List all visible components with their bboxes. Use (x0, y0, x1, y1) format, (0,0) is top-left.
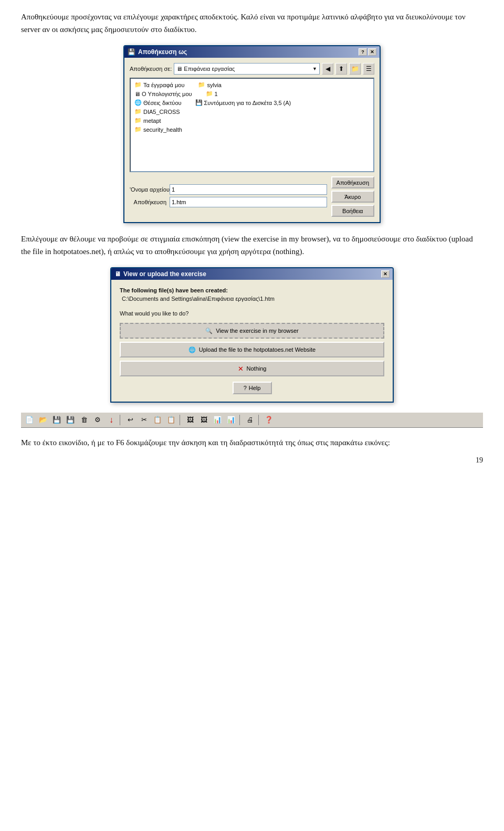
folder-icon: 📁 (134, 126, 142, 133)
saveas-title-text: Αποθήκευση ως (138, 48, 187, 56)
saveas-title-icon: 💾 (128, 48, 135, 56)
file-label: Θέσεις δικτύου (143, 100, 182, 106)
saveas-file-item[interactable]: 💾 Συντόμευση για το Δισκέτα 3,5 (Α) (194, 99, 293, 107)
folder-icon: 📁 (134, 81, 142, 88)
save-button[interactable]: Αποθήκευση (331, 176, 374, 188)
file-path: C:\Documents and Settings\alina\Επιφάνει… (120, 296, 384, 302)
filename-input[interactable] (170, 184, 327, 195)
saveas-dialog: 💾 Αποθήκευση ως ? ✕ Αποθήκευση σε: 🖥 Επι… (123, 45, 381, 223)
saveas-fields: 'Ονομα αρχείου: Αποθήκευση (130, 184, 327, 209)
folder-icon: 📁 (134, 108, 142, 115)
save-in-row: Αποθήκευση σε: 🖥 Επιφάνεια εργασίας ▼ ◀ … (130, 63, 374, 75)
separator-1 (120, 415, 122, 425)
view-close-btn[interactable]: ✕ (381, 270, 390, 278)
help-label: Help (249, 385, 261, 391)
undo-button[interactable]: ↩ (124, 414, 136, 426)
save-as-button[interactable]: 💾 (64, 414, 77, 426)
saveas-file-item[interactable]: 🖥 Ο Υπολογιστής μου (133, 90, 194, 98)
help-button[interactable]: Βοήθεια (331, 205, 374, 217)
cut-button[interactable]: ✂ (138, 414, 150, 426)
saveas-titlebar: 💾 Αποθήκευση ως ? ✕ (124, 46, 380, 58)
view-question: What would you like to do? (120, 310, 384, 317)
intro-paragraph-2: Επιλέγουμε αν θέλουμε να προβούμε σε στι… (21, 233, 483, 258)
saveas-title-area: 💾 Αποθήκευση ως (128, 48, 187, 56)
saveas-newfolder-btn[interactable]: 📁 (349, 63, 361, 75)
filename-label: 'Ονομα αρχείου: (130, 186, 166, 193)
erase-button[interactable]: 🗑 (78, 414, 90, 426)
image2-button[interactable]: 🖼 (197, 414, 210, 426)
upload-button[interactable]: 🌐 Upload the file to the hotpotatoes.net… (120, 342, 384, 357)
view-browser-label: View the exercise in my browser (216, 328, 299, 334)
file-label: security_health (143, 127, 182, 133)
saveas-back-btn[interactable]: ◀ (322, 63, 333, 75)
saveas-file-area: 📁 Τα έγγραφά μου 📁 sylvia 🖥 Ο Υπολογιστή… (130, 78, 374, 172)
savetype-input[interactable] (170, 197, 327, 207)
saveas-file-item[interactable]: 📁 DIA5_CROSS (133, 108, 182, 115)
image1-button[interactable]: 🖼 (184, 414, 196, 426)
saveas-file-row-2: 🖥 Ο Υπολογιστής μου 📁 1 (133, 90, 371, 98)
saveas-file-item[interactable]: 🌐 Θέσεις δικτύου (133, 99, 183, 107)
saveas-file-item[interactable]: 📁 metapt (133, 117, 163, 124)
new-doc-button[interactable]: 📄 (23, 414, 36, 426)
save-button[interactable]: 💾 (50, 414, 63, 426)
cancel-button[interactable]: Άκυρο (331, 191, 374, 203)
help-button[interactable]: ? Help (233, 382, 272, 394)
saveas-file-row-1: 📁 Τα έγγραφά μου 📁 sylvia (133, 81, 371, 89)
save-in-value: 🖥 Επιφάνεια εργασίας (176, 66, 235, 72)
print-button[interactable]: 🖨 (244, 414, 256, 426)
arrow-down-icon: ↓ (109, 415, 113, 425)
saveas-file-item[interactable]: 📁 security_health (133, 125, 184, 133)
saveas-file-item[interactable]: 📁 sylvia (196, 81, 223, 89)
file-label: 1 (215, 91, 218, 97)
view-title-icon: 🖥 (114, 270, 121, 278)
chart2-button[interactable]: 📊 (225, 414, 237, 426)
saveas-btn-col: Αποθήκευση Άκυρο Βοήθεια (331, 176, 374, 217)
saveas-file-row-4: 📁 DIA5_CROSS (133, 108, 371, 115)
view-titlebar: 🖥 View or upload the exercise ✕ (111, 268, 393, 280)
file-label: DIA5_CROSS (143, 109, 180, 115)
save-in-combo[interactable]: 🖥 Επιφάνεια εργασίας ▼ (174, 63, 320, 75)
separator-2 (180, 415, 182, 425)
filename-row: 'Ονομα αρχείου: (130, 184, 327, 195)
saveas-file-row-3: 🌐 Θέσεις δικτύου 💾 Συντόμευση για το Δισ… (133, 99, 371, 107)
saveas-file-item[interactable]: 📁 1 (204, 90, 219, 98)
file-label: sylvia (207, 82, 222, 88)
file-label: metapt (143, 118, 161, 124)
folder-icon: 📁 (206, 90, 213, 97)
preferences-button[interactable]: ⚙ (91, 414, 104, 426)
open-button[interactable]: 📂 (37, 414, 49, 426)
copy-button[interactable]: 📋 (151, 414, 164, 426)
nothing-label: Nothing (247, 365, 267, 372)
savetype-row: Αποθήκευση (130, 197, 327, 207)
save-in-label: Αποθήκευση σε: (130, 66, 172, 72)
saveas-close-btn[interactable]: ✕ (368, 48, 376, 56)
view-browser-button[interactable]: 🔍 View the exercise in my browser (120, 323, 384, 339)
help-toolbar-button[interactable]: ❓ (262, 414, 275, 426)
saveas-view-btn[interactable]: ☰ (363, 63, 374, 75)
chart-button[interactable]: 📊 (211, 414, 224, 426)
paste-button[interactable]: 📋 (165, 414, 177, 426)
download-button[interactable]: ↓ (105, 414, 118, 426)
saveas-file-row-5: 📁 metapt (133, 117, 371, 124)
files-created-header: The following file(s) have been created: (120, 287, 384, 293)
view-title-text: View or upload the exercise (123, 270, 206, 278)
view-window-buttons: ✕ (381, 270, 390, 278)
saveas-bottom: 'Ονομα αρχείου: Αποθήκευση Αποθήκευση Άκ… (130, 176, 374, 217)
floppy-icon: 💾 (195, 99, 203, 106)
savetype-label: Αποθήκευση (130, 199, 166, 205)
question-icon: ? (244, 385, 247, 391)
saveas-up-btn[interactable]: ⬆ (335, 63, 347, 75)
nothing-button[interactable]: ✕ Nothing (120, 361, 384, 376)
saveas-help-btn[interactable]: ? (359, 48, 367, 56)
upload-label: Upload the file to the hotpotatoes.net W… (199, 346, 316, 353)
saveas-file-item[interactable]: 📁 Τα έγγραφά μου (133, 81, 186, 89)
file-label: Ο Υπολογιστής μου (142, 91, 192, 97)
help-area: ? Help (120, 382, 384, 394)
x-icon: ✕ (238, 365, 244, 373)
saveas-file-row-6: 📁 security_health (133, 125, 371, 133)
separator-3 (239, 415, 242, 425)
search-icon: 🔍 (205, 328, 213, 334)
saveas-body: Αποθήκευση σε: 🖥 Επιφάνεια εργασίας ▼ ◀ … (124, 58, 380, 222)
network-icon: 🌐 (134, 99, 142, 106)
view-upload-dialog: 🖥 View or upload the exercise ✕ The foll… (110, 267, 394, 403)
